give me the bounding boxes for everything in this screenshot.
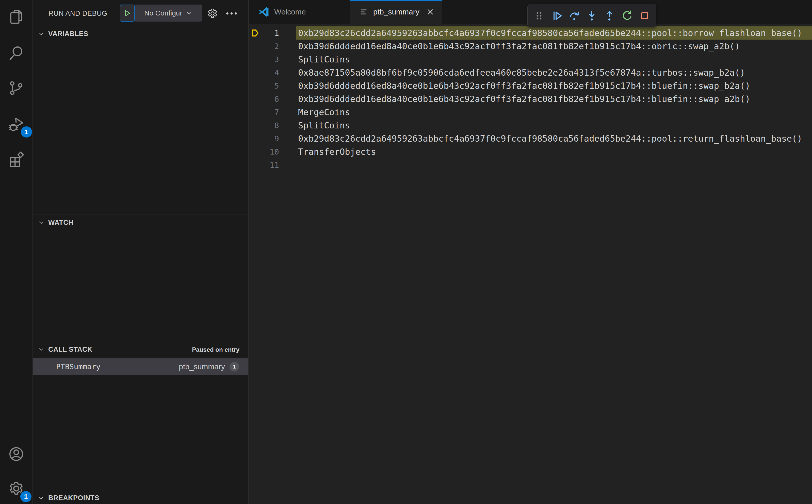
chevron-down-icon: [38, 346, 44, 353]
step-over-icon[interactable]: [568, 10, 581, 22]
line-number[interactable]: 6: [264, 94, 279, 104]
line-number[interactable]: 2: [264, 42, 279, 51]
line-number[interactable]: 8: [264, 121, 279, 130]
line-number[interactable]: 5: [264, 81, 279, 90]
variables-section-label: VARIABLES: [48, 30, 88, 38]
chevron-down-icon: [186, 10, 192, 16]
source-control-icon[interactable]: [8, 79, 25, 97]
close-icon[interactable]: [426, 8, 435, 16]
variables-section-header[interactable]: VARIABLES: [33, 26, 248, 41]
launch-configuration-control: No Configur: [120, 5, 202, 22]
file-lines-icon: [359, 7, 369, 17]
sidebar-title: RUN AND DEBUG: [48, 10, 107, 18]
tab-label: ptb_summary: [373, 8, 420, 16]
tab-welcome[interactable]: Welcome: [249, 0, 350, 24]
code-line-text[interactable]: 0xb39d6dddedd16ed8a40ce0b1e6b43c92acf0ff…: [298, 92, 812, 106]
code-line-text[interactable]: SplitCoins: [298, 119, 812, 132]
line-number[interactable]: 11: [264, 160, 279, 170]
code-line-text[interactable]: 0xb39d6dddedd16ed8a40ce0b1e6b43c92acf0ff…: [298, 79, 812, 92]
explorer-icon[interactable]: [8, 8, 25, 26]
code-line: 3SplitCoins: [249, 53, 812, 66]
stack-frame-line-badge: 1: [229, 362, 239, 372]
stack-frame-name: PTBSummary: [56, 362, 101, 371]
tab-label: Welcome: [274, 8, 306, 16]
extensions-icon[interactable]: [8, 150, 25, 168]
code-line-text[interactable]: TransferObjects: [298, 145, 812, 158]
configuration-dropdown[interactable]: No Configur: [135, 5, 202, 22]
settings-badge: 1: [20, 491, 31, 502]
debug-badge: 1: [21, 126, 32, 138]
code-line-text[interactable]: MergeCoins: [298, 106, 812, 119]
stack-frame-row[interactable]: PTBSummary ptb_summary 1: [33, 358, 248, 375]
code-line-text[interactable]: SplitCoins: [298, 53, 812, 66]
code-line: 8SplitCoins: [249, 119, 812, 132]
chevron-down-icon: [38, 30, 44, 37]
code-line: 60xb39d6dddedd16ed8a40ce0b1e6b43c92acf0f…: [249, 92, 812, 106]
line-number[interactable]: 3: [264, 55, 279, 64]
code-line-text[interactable]: 0xb29d83c26cdd2a64959263abbcfc4a6937f0c9…: [298, 132, 812, 145]
breakpoints-section-label: BREAKPOINTS: [48, 494, 99, 502]
debug-settings-gear-icon[interactable]: [206, 7, 219, 20]
code-line: 10xb29d83c26cdd2a64959263abbcfc4a6937f0c…: [249, 26, 812, 40]
section-divider: [33, 490, 248, 490]
chevron-down-icon: [38, 219, 44, 226]
activity-bar: 1 1: [0, 0, 33, 504]
configuration-dropdown-label: No Configur: [144, 9, 182, 17]
section-divider: [33, 341, 248, 341]
step-into-icon[interactable]: [586, 10, 598, 22]
code-line: 7MergeCoins: [249, 106, 812, 119]
tab-ptb-summary[interactable]: ptb_summary: [350, 0, 442, 24]
call-stack-section-label: CALL STACK: [48, 346, 92, 354]
code-line: 20xb39d6dddedd16ed8a40ce0b1e6b43c92acf0f…: [249, 40, 812, 53]
vscode-logo-icon: [258, 6, 270, 18]
run-and-debug-icon[interactable]: 1: [8, 116, 25, 133]
line-number[interactable]: 1: [264, 28, 279, 38]
accounts-icon[interactable]: [8, 445, 25, 463]
code-line-text[interactable]: 0xb39d6dddedd16ed8a40ce0b1e6b43c92acf0ff…: [298, 40, 812, 53]
search-icon[interactable]: [8, 45, 25, 62]
line-number[interactable]: 4: [264, 68, 279, 77]
stack-frame-file: ptb_summary: [179, 362, 225, 371]
vscode-window: 1 1 R: [0, 0, 812, 504]
debug-current-line-arrow-icon: [250, 28, 260, 38]
continue-icon[interactable]: [551, 10, 563, 22]
toolbar-drag-handle-icon[interactable]: [533, 10, 545, 22]
watch-section-label: WATCH: [48, 219, 73, 227]
code-line: 50xb39d6dddedd16ed8a40ce0b1e6b43c92acf0f…: [249, 79, 812, 92]
editor-area: Welcome ptb_summary: [249, 0, 812, 504]
code-line-text[interactable]: 0xb29d83c26cdd2a64959263abbcfc4a6937f0c9…: [298, 26, 812, 40]
breakpoints-section-header[interactable]: BREAKPOINTS: [33, 491, 248, 504]
line-number[interactable]: 10: [264, 147, 279, 156]
breakpoint-gutter[interactable]: [249, 28, 264, 38]
code-line: 10TransferObjects: [249, 145, 812, 158]
code-lines: 10xb29d83c26cdd2a64959263abbcfc4a6937f0c…: [249, 24, 812, 504]
views-more-actions-icon[interactable]: [225, 7, 238, 20]
call-stack-section-header[interactable]: CALL STACK Paused on entry: [33, 342, 248, 357]
pause-reason-status: Paused on entry: [192, 346, 239, 353]
code-line: 40x8ae871505a80d8bf6bf9c05906cda6edfeea4…: [249, 66, 812, 79]
step-out-icon[interactable]: [603, 10, 616, 22]
restart-icon[interactable]: [621, 10, 633, 22]
run-and-debug-sidebar: RUN AND DEBUG No Configur: [33, 0, 248, 504]
chevron-down-icon: [38, 495, 44, 501]
code-line: 90xb29d83c26cdd2a64959263abbcfc4a6937f0c…: [249, 132, 812, 145]
start-debugging-button[interactable]: [120, 5, 135, 22]
line-number[interactable]: 9: [264, 134, 279, 143]
debug-toolbar: [527, 4, 656, 27]
code-line: 11: [249, 158, 812, 172]
settings-gear-icon[interactable]: 1: [8, 480, 25, 497]
code-line-text[interactable]: 0x8ae871505a80d8bf6bf9c05906cda6edfeea46…: [298, 66, 812, 79]
stop-icon[interactable]: [639, 10, 651, 22]
line-number[interactable]: 7: [264, 108, 279, 117]
watch-section-header[interactable]: WATCH: [33, 215, 248, 230]
